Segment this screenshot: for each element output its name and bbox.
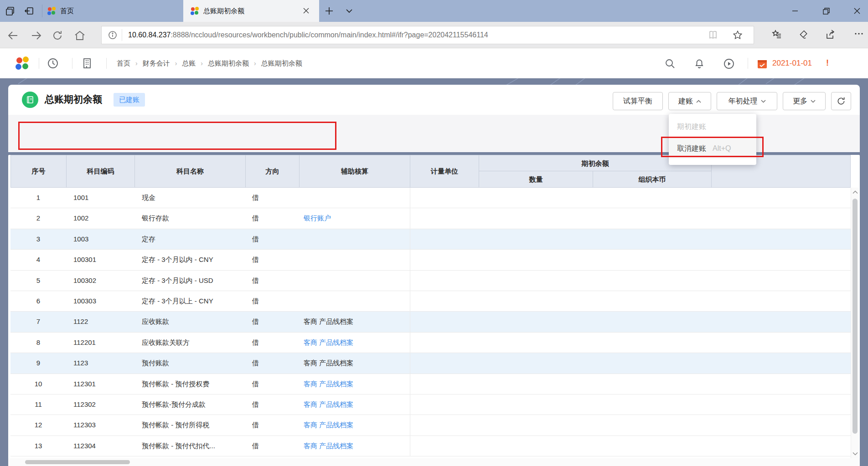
annotate-pen-icon[interactable] xyxy=(798,29,809,40)
col-header-unit[interactable]: 计量单位 xyxy=(410,155,479,187)
breadcrumb-item-4[interactable]: 总账期初余额 xyxy=(261,59,302,67)
breadcrumb-separator: › xyxy=(175,60,177,67)
hub-favorites-icon[interactable] xyxy=(771,29,782,40)
table-row-1123[interactable]: 91123预付账款借客商 产品线档案 xyxy=(10,353,851,374)
home-icon[interactable] xyxy=(74,30,86,41)
cell-direction: 借 xyxy=(245,312,299,332)
table-row-100303[interactable]: 6100303定存 - 3个月以上 - CNY借 xyxy=(10,291,851,312)
refresh-button[interactable] xyxy=(831,92,851,110)
more-options-icon[interactable] xyxy=(853,28,864,39)
col-header-direction[interactable]: 方向 xyxy=(246,155,300,187)
play-circle-icon[interactable] xyxy=(723,58,735,70)
tab-current[interactable]: 总账期初余额 xyxy=(183,0,319,22)
trial-balance-button[interactable]: 试算平衡 xyxy=(613,92,663,110)
notification-bell-icon[interactable] xyxy=(694,58,706,70)
yonyou-logo-icon xyxy=(47,7,56,15)
more-button[interactable]: 更多 xyxy=(783,92,826,110)
breadcrumb-item-2[interactable]: 总账 xyxy=(182,59,196,67)
cell-seq: 2 xyxy=(10,208,66,228)
table-row-1002[interactable]: 21002银行存款借银行账户 xyxy=(10,208,851,229)
build-ledger-button[interactable]: 建账 xyxy=(668,92,711,110)
url-box[interactable]: 10.60.84.237:8888/nccloud/resources/work… xyxy=(101,26,754,44)
aux-link[interactable]: 客商 产品线档案 xyxy=(304,380,353,388)
col-header-org-currency[interactable]: 组织本币 xyxy=(593,171,712,187)
cell-aux xyxy=(299,250,410,270)
scroll-down-icon[interactable] xyxy=(852,452,858,456)
cell-name: 预付帐款-预付分成款 xyxy=(134,394,245,415)
history-clock-icon[interactable] xyxy=(47,57,59,69)
table-row-112302[interactable]: 11112302预付帐款-预付分成款借客商 产品线档案 xyxy=(10,394,851,415)
reading-view-icon[interactable] xyxy=(708,30,718,40)
business-date[interactable]: 2021-01-01 xyxy=(772,48,812,78)
table-row-1001[interactable]: 11001现金借 xyxy=(10,188,851,208)
new-tab-button[interactable] xyxy=(325,6,334,15)
table-row-100301[interactable]: 4100301定存 - 3个月以内 - CNY借 xyxy=(10,250,851,270)
cell-aux: 银行账户 xyxy=(299,208,410,228)
horizontal-scroll-thumb[interactable] xyxy=(25,460,130,464)
window-close-button[interactable] xyxy=(846,0,868,22)
date-alert: ! xyxy=(826,48,829,78)
table-row-112303[interactable]: 12112303预付帐款 - 预付所得税借客商 产品线档案 xyxy=(10,415,851,435)
search-icon[interactable] xyxy=(665,58,677,70)
cell-unit xyxy=(410,291,479,311)
horizontal-scrollbar[interactable] xyxy=(8,458,860,466)
window-minimize-button[interactable] xyxy=(784,0,806,22)
col-header-seq[interactable]: 序号 xyxy=(11,155,67,187)
year-start-button[interactable]: 年初处理 xyxy=(717,92,777,110)
close-tab-icon[interactable] xyxy=(303,7,310,14)
table-row-1003[interactable]: 31003定存借 xyxy=(10,229,851,250)
tab-label: 首页 xyxy=(60,0,74,22)
cell-org-currency xyxy=(593,394,711,415)
refresh-icon[interactable] xyxy=(52,30,64,42)
tab-home[interactable]: 首页 xyxy=(42,0,183,22)
aux-link[interactable]: 银行账户 xyxy=(304,214,331,222)
favorite-star-icon[interactable] xyxy=(733,30,743,40)
aux-link[interactable]: 客商 产品线档案 xyxy=(304,421,353,429)
table-row-112301[interactable]: 10112301预付帐款 - 预付授权费借客商 产品线档案 xyxy=(10,374,851,394)
table-row-1122[interactable]: 71122应收账款借客商 产品线档案 xyxy=(10,312,851,332)
cell-seq: 8 xyxy=(10,333,66,353)
breadcrumb-item-3[interactable]: 总账期初余额 xyxy=(208,59,249,67)
cell-unit xyxy=(410,271,479,291)
col-header-quantity[interactable]: 数量 xyxy=(479,171,593,187)
col-header-name[interactable]: 科目名称 xyxy=(135,155,246,187)
cell-empty xyxy=(711,353,851,373)
breadcrumb-separator: › xyxy=(201,60,203,67)
col-header-aux[interactable]: 辅助核算 xyxy=(300,155,410,187)
forward-icon[interactable] xyxy=(30,30,42,41)
cell-unit xyxy=(410,374,479,394)
window-restore-button[interactable] xyxy=(815,0,837,22)
breadcrumb-item-1[interactable]: 财务会计 xyxy=(143,59,170,67)
cell-seq: 4 xyxy=(10,250,66,270)
info-icon[interactable] xyxy=(108,31,117,40)
aux-link[interactable]: 客商 产品线档案 xyxy=(304,442,353,450)
cell-empty xyxy=(711,436,851,456)
col-header-code[interactable]: 科目编码 xyxy=(67,155,135,187)
cell-seq: 11 xyxy=(10,394,66,415)
cell-code: 1003 xyxy=(66,229,134,249)
table-row-112201[interactable]: 8112201应收账款关联方借客商 产品线档案 xyxy=(10,333,851,353)
cell-seq: 5 xyxy=(10,271,66,291)
yonyou-logo-icon[interactable] xyxy=(16,56,29,70)
cell-code: 112201 xyxy=(66,333,134,353)
aux-link[interactable]: 客商 产品线档案 xyxy=(304,338,353,346)
organization-building-icon[interactable] xyxy=(81,57,93,69)
table-row-112304[interactable]: 13112304预付帐款 - 预付代扣代...借客商 产品线档案 xyxy=(10,436,851,456)
vertical-scroll-thumb[interactable] xyxy=(852,199,858,434)
menu-item-initial-build[interactable]: 期初建账 xyxy=(669,118,756,136)
cell-org-currency xyxy=(593,353,711,373)
restore-tabs-icon[interactable] xyxy=(24,5,35,16)
url-host: 10.60.84.237 xyxy=(128,31,170,39)
cell-empty xyxy=(711,394,851,415)
aux-link[interactable]: 客商 产品线档案 xyxy=(304,400,353,408)
scroll-up-icon[interactable] xyxy=(852,190,858,194)
share-icon[interactable] xyxy=(825,29,836,40)
table-row-100302[interactable]: 5100302定存 - 3个月以内 - USD借 xyxy=(10,271,851,291)
vertical-scrollbar[interactable] xyxy=(851,188,859,458)
cell-unit xyxy=(410,208,479,228)
back-icon[interactable] xyxy=(7,30,19,41)
tab-list-chevron-icon[interactable] xyxy=(346,9,353,13)
breadcrumb-item-0[interactable]: 首页 xyxy=(117,59,130,67)
tab-preview-icon[interactable] xyxy=(5,5,16,16)
cell-aux: 客商 产品线档案 xyxy=(299,415,410,435)
